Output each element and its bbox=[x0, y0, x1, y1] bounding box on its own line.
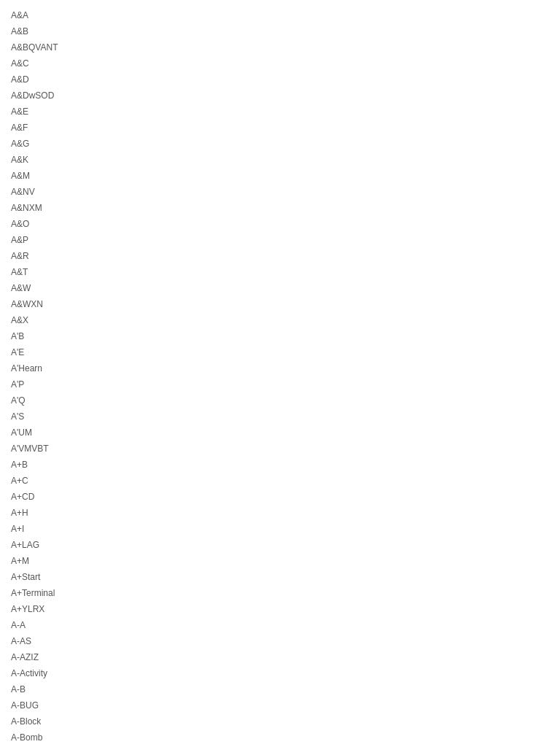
main-list: A&AA&BA&BQVANTA&CA&DA&DwSODA&EA&FA&GA&KA… bbox=[11, 7, 549, 747]
list-item[interactable]: A+Start bbox=[11, 569, 549, 585]
list-item[interactable]: A&D bbox=[11, 71, 549, 88]
list-item[interactable]: A'VMVBT bbox=[11, 441, 549, 457]
list-item[interactable]: A-Activity bbox=[11, 665, 549, 681]
list-item[interactable]: A&K bbox=[11, 152, 549, 168]
list-item[interactable]: A'Q bbox=[11, 392, 549, 409]
list-item[interactable]: A&O bbox=[11, 216, 549, 232]
list-item[interactable]: A'Hearn bbox=[11, 360, 549, 376]
list-item[interactable]: A+CD bbox=[11, 489, 549, 505]
list-item[interactable]: A&F bbox=[11, 120, 549, 136]
list-item[interactable]: A'B bbox=[11, 328, 549, 344]
list-item[interactable]: A'S bbox=[11, 409, 549, 425]
list-item[interactable]: A&DwSOD bbox=[11, 88, 549, 104]
list-item[interactable]: A&P bbox=[11, 232, 549, 248]
list-item[interactable]: A&BQVANT bbox=[11, 39, 549, 55]
list-item[interactable]: A-BUG bbox=[11, 697, 549, 713]
list-item[interactable]: A&W bbox=[11, 280, 549, 296]
list-item[interactable]: A-Block bbox=[11, 713, 549, 729]
list-item[interactable]: A'P bbox=[11, 376, 549, 392]
list-item[interactable]: A+H bbox=[11, 505, 549, 521]
list-item[interactable]: A&E bbox=[11, 104, 549, 120]
list-item[interactable]: A&R bbox=[11, 248, 549, 264]
list-item[interactable]: A&G bbox=[11, 136, 549, 152]
list-item[interactable]: A'UM bbox=[11, 425, 549, 441]
list-item[interactable]: A+B bbox=[11, 457, 549, 473]
list-item[interactable]: A-Bomb bbox=[11, 729, 549, 746]
list-item[interactable]: A+Terminal bbox=[11, 585, 549, 601]
list-item[interactable]: A&T bbox=[11, 264, 549, 280]
list-item[interactable]: A&C bbox=[11, 55, 549, 71]
list-item[interactable]: A+YLRX bbox=[11, 601, 549, 617]
list-item[interactable]: A-AS bbox=[11, 633, 549, 649]
list-item[interactable]: A+LAG bbox=[11, 537, 549, 553]
list-item[interactable]: A&WXN bbox=[11, 296, 549, 312]
list-item[interactable]: A-A bbox=[11, 617, 549, 633]
list-item[interactable]: A+I bbox=[11, 521, 549, 537]
list-item[interactable]: A-B bbox=[11, 681, 549, 697]
list-item[interactable]: A'E bbox=[11, 344, 549, 360]
list-item[interactable]: A&X bbox=[11, 312, 549, 328]
list-item[interactable]: A&A bbox=[11, 7, 549, 23]
list-item[interactable]: A-AZIZ bbox=[11, 649, 549, 665]
list-item[interactable]: A&B bbox=[11, 23, 549, 39]
list-item[interactable]: A&M bbox=[11, 168, 549, 184]
list-item[interactable]: A+M bbox=[11, 553, 549, 569]
list-item[interactable]: A&NV bbox=[11, 184, 549, 200]
list-item[interactable]: A&NXM bbox=[11, 200, 549, 216]
list-item[interactable]: A+C bbox=[11, 473, 549, 489]
